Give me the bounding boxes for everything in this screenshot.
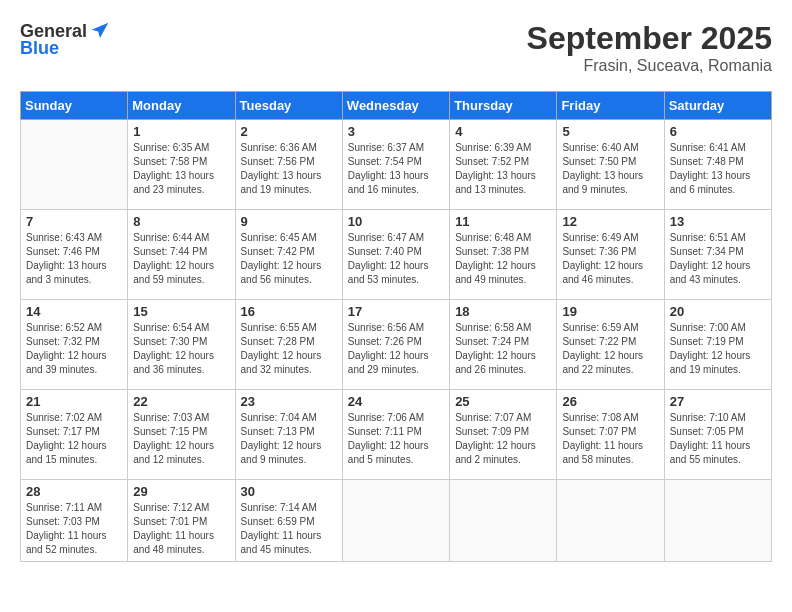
calendar-cell: 24Sunrise: 7:06 AM Sunset: 7:11 PM Dayli… xyxy=(342,390,449,480)
day-info: Sunrise: 6:40 AM Sunset: 7:50 PM Dayligh… xyxy=(562,141,658,197)
calendar-cell: 28Sunrise: 7:11 AM Sunset: 7:03 PM Dayli… xyxy=(21,480,128,562)
calendar-cell xyxy=(664,480,771,562)
day-info: Sunrise: 7:11 AM Sunset: 7:03 PM Dayligh… xyxy=(26,501,122,557)
day-number: 7 xyxy=(26,214,122,229)
weekday-header-monday: Monday xyxy=(128,92,235,120)
calendar-cell xyxy=(450,480,557,562)
calendar-cell: 10Sunrise: 6:47 AM Sunset: 7:40 PM Dayli… xyxy=(342,210,449,300)
day-number: 24 xyxy=(348,394,444,409)
day-info: Sunrise: 7:14 AM Sunset: 6:59 PM Dayligh… xyxy=(241,501,337,557)
month-year-title: September 2025 xyxy=(527,20,772,57)
week-row-5: 28Sunrise: 7:11 AM Sunset: 7:03 PM Dayli… xyxy=(21,480,772,562)
day-info: Sunrise: 6:36 AM Sunset: 7:56 PM Dayligh… xyxy=(241,141,337,197)
calendar-cell: 26Sunrise: 7:08 AM Sunset: 7:07 PM Dayli… xyxy=(557,390,664,480)
day-number: 5 xyxy=(562,124,658,139)
calendar-cell: 4Sunrise: 6:39 AM Sunset: 7:52 PM Daylig… xyxy=(450,120,557,210)
location-subtitle: Frasin, Suceava, Romania xyxy=(527,57,772,75)
day-number: 3 xyxy=(348,124,444,139)
day-number: 16 xyxy=(241,304,337,319)
day-number: 21 xyxy=(26,394,122,409)
day-info: Sunrise: 7:02 AM Sunset: 7:17 PM Dayligh… xyxy=(26,411,122,467)
calendar-cell: 1Sunrise: 6:35 AM Sunset: 7:58 PM Daylig… xyxy=(128,120,235,210)
day-info: Sunrise: 7:08 AM Sunset: 7:07 PM Dayligh… xyxy=(562,411,658,467)
day-number: 26 xyxy=(562,394,658,409)
day-info: Sunrise: 7:04 AM Sunset: 7:13 PM Dayligh… xyxy=(241,411,337,467)
day-info: Sunrise: 6:48 AM Sunset: 7:38 PM Dayligh… xyxy=(455,231,551,287)
day-number: 11 xyxy=(455,214,551,229)
weekday-header-tuesday: Tuesday xyxy=(235,92,342,120)
day-number: 25 xyxy=(455,394,551,409)
day-info: Sunrise: 6:49 AM Sunset: 7:36 PM Dayligh… xyxy=(562,231,658,287)
day-info: Sunrise: 6:52 AM Sunset: 7:32 PM Dayligh… xyxy=(26,321,122,377)
day-number: 20 xyxy=(670,304,766,319)
day-info: Sunrise: 7:06 AM Sunset: 7:11 PM Dayligh… xyxy=(348,411,444,467)
calendar-cell: 13Sunrise: 6:51 AM Sunset: 7:34 PM Dayli… xyxy=(664,210,771,300)
calendar-cell: 2Sunrise: 6:36 AM Sunset: 7:56 PM Daylig… xyxy=(235,120,342,210)
day-info: Sunrise: 6:59 AM Sunset: 7:22 PM Dayligh… xyxy=(562,321,658,377)
day-number: 10 xyxy=(348,214,444,229)
logo: General Blue xyxy=(20,20,111,59)
day-number: 12 xyxy=(562,214,658,229)
day-info: Sunrise: 7:10 AM Sunset: 7:05 PM Dayligh… xyxy=(670,411,766,467)
weekday-header-wednesday: Wednesday xyxy=(342,92,449,120)
day-info: Sunrise: 6:39 AM Sunset: 7:52 PM Dayligh… xyxy=(455,141,551,197)
day-number: 28 xyxy=(26,484,122,499)
day-number: 17 xyxy=(348,304,444,319)
calendar-cell: 7Sunrise: 6:43 AM Sunset: 7:46 PM Daylig… xyxy=(21,210,128,300)
day-number: 30 xyxy=(241,484,337,499)
day-info: Sunrise: 6:45 AM Sunset: 7:42 PM Dayligh… xyxy=(241,231,337,287)
logo-bird-icon xyxy=(89,20,111,42)
title-area: September 2025 Frasin, Suceava, Romania xyxy=(527,20,772,75)
weekday-header-sunday: Sunday xyxy=(21,92,128,120)
day-info: Sunrise: 7:07 AM Sunset: 7:09 PM Dayligh… xyxy=(455,411,551,467)
day-number: 23 xyxy=(241,394,337,409)
calendar-cell: 5Sunrise: 6:40 AM Sunset: 7:50 PM Daylig… xyxy=(557,120,664,210)
day-info: Sunrise: 6:54 AM Sunset: 7:30 PM Dayligh… xyxy=(133,321,229,377)
calendar-cell: 23Sunrise: 7:04 AM Sunset: 7:13 PM Dayli… xyxy=(235,390,342,480)
day-number: 8 xyxy=(133,214,229,229)
calendar-cell: 21Sunrise: 7:02 AM Sunset: 7:17 PM Dayli… xyxy=(21,390,128,480)
day-info: Sunrise: 6:37 AM Sunset: 7:54 PM Dayligh… xyxy=(348,141,444,197)
calendar-cell: 29Sunrise: 7:12 AM Sunset: 7:01 PM Dayli… xyxy=(128,480,235,562)
day-info: Sunrise: 6:56 AM Sunset: 7:26 PM Dayligh… xyxy=(348,321,444,377)
calendar-cell xyxy=(557,480,664,562)
calendar-cell: 19Sunrise: 6:59 AM Sunset: 7:22 PM Dayli… xyxy=(557,300,664,390)
calendar-cell: 25Sunrise: 7:07 AM Sunset: 7:09 PM Dayli… xyxy=(450,390,557,480)
day-number: 6 xyxy=(670,124,766,139)
calendar-cell xyxy=(342,480,449,562)
week-row-3: 14Sunrise: 6:52 AM Sunset: 7:32 PM Dayli… xyxy=(21,300,772,390)
day-info: Sunrise: 6:43 AM Sunset: 7:46 PM Dayligh… xyxy=(26,231,122,287)
calendar-cell: 3Sunrise: 6:37 AM Sunset: 7:54 PM Daylig… xyxy=(342,120,449,210)
day-info: Sunrise: 6:44 AM Sunset: 7:44 PM Dayligh… xyxy=(133,231,229,287)
day-info: Sunrise: 6:47 AM Sunset: 7:40 PM Dayligh… xyxy=(348,231,444,287)
weekday-header-row: SundayMondayTuesdayWednesdayThursdayFrid… xyxy=(21,92,772,120)
calendar-cell: 17Sunrise: 6:56 AM Sunset: 7:26 PM Dayli… xyxy=(342,300,449,390)
calendar-cell: 14Sunrise: 6:52 AM Sunset: 7:32 PM Dayli… xyxy=(21,300,128,390)
day-number: 14 xyxy=(26,304,122,319)
day-info: Sunrise: 6:55 AM Sunset: 7:28 PM Dayligh… xyxy=(241,321,337,377)
day-info: Sunrise: 6:35 AM Sunset: 7:58 PM Dayligh… xyxy=(133,141,229,197)
calendar-cell: 9Sunrise: 6:45 AM Sunset: 7:42 PM Daylig… xyxy=(235,210,342,300)
day-info: Sunrise: 6:41 AM Sunset: 7:48 PM Dayligh… xyxy=(670,141,766,197)
calendar-cell: 30Sunrise: 7:14 AM Sunset: 6:59 PM Dayli… xyxy=(235,480,342,562)
calendar-cell: 22Sunrise: 7:03 AM Sunset: 7:15 PM Dayli… xyxy=(128,390,235,480)
day-number: 29 xyxy=(133,484,229,499)
day-info: Sunrise: 7:00 AM Sunset: 7:19 PM Dayligh… xyxy=(670,321,766,377)
weekday-header-thursday: Thursday xyxy=(450,92,557,120)
calendar-cell: 18Sunrise: 6:58 AM Sunset: 7:24 PM Dayli… xyxy=(450,300,557,390)
day-number: 2 xyxy=(241,124,337,139)
week-row-1: 1Sunrise: 6:35 AM Sunset: 7:58 PM Daylig… xyxy=(21,120,772,210)
day-number: 22 xyxy=(133,394,229,409)
calendar-cell: 11Sunrise: 6:48 AM Sunset: 7:38 PM Dayli… xyxy=(450,210,557,300)
calendar-cell xyxy=(21,120,128,210)
day-info: Sunrise: 6:51 AM Sunset: 7:34 PM Dayligh… xyxy=(670,231,766,287)
calendar-cell: 16Sunrise: 6:55 AM Sunset: 7:28 PM Dayli… xyxy=(235,300,342,390)
calendar-cell: 15Sunrise: 6:54 AM Sunset: 7:30 PM Dayli… xyxy=(128,300,235,390)
calendar-cell: 8Sunrise: 6:44 AM Sunset: 7:44 PM Daylig… xyxy=(128,210,235,300)
weekday-header-friday: Friday xyxy=(557,92,664,120)
weekday-header-saturday: Saturday xyxy=(664,92,771,120)
page-header: General Blue September 2025 Frasin, Suce… xyxy=(20,20,772,75)
day-info: Sunrise: 7:12 AM Sunset: 7:01 PM Dayligh… xyxy=(133,501,229,557)
calendar-cell: 6Sunrise: 6:41 AM Sunset: 7:48 PM Daylig… xyxy=(664,120,771,210)
calendar-cell: 27Sunrise: 7:10 AM Sunset: 7:05 PM Dayli… xyxy=(664,390,771,480)
